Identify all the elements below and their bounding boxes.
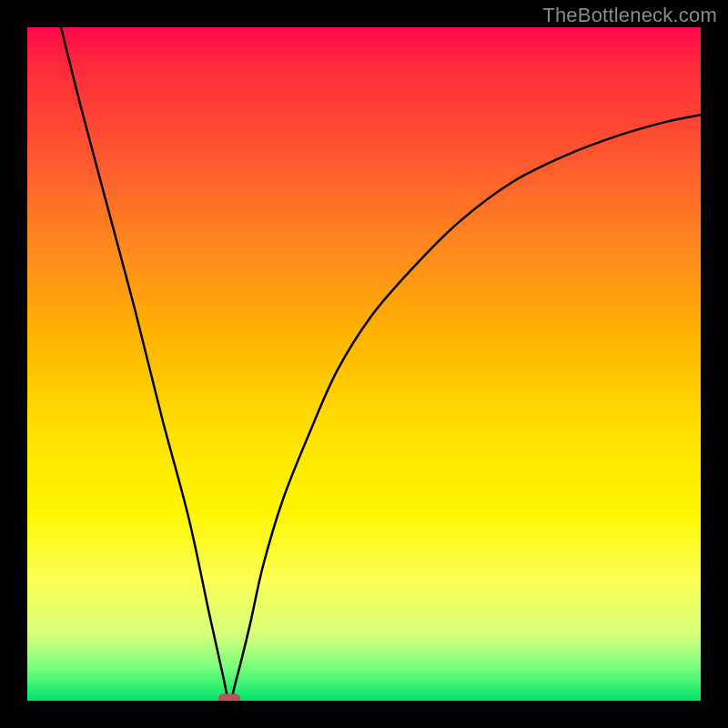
minimum-marker — [218, 694, 240, 702]
chart-frame: TheBottleneck.com — [0, 0, 728, 728]
plot-area — [27, 27, 701, 701]
bottleneck-curve — [61, 27, 701, 701]
curve-layer — [27, 27, 701, 701]
watermark-text: TheBottleneck.com — [542, 4, 717, 27]
